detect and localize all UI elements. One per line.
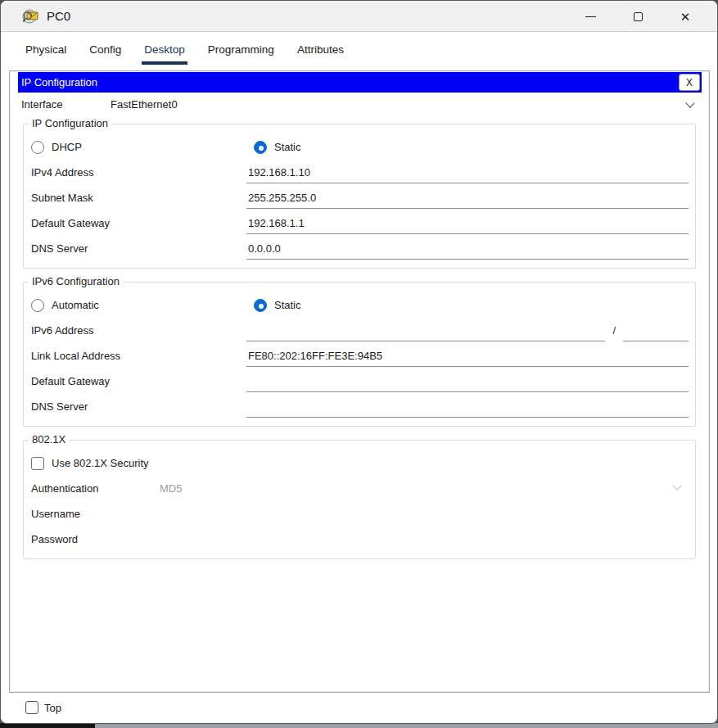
tab-physical[interactable]: Physical <box>23 43 69 61</box>
username-label: Username <box>31 508 80 520</box>
use-8021x-security-label: Use 802.1X Security <box>52 457 149 469</box>
radio-automatic-icon <box>31 299 44 312</box>
tab-config[interactable]: Config <box>87 43 124 61</box>
subnet-mask-row: Subnet Mask 255.255.255.0 <box>31 185 692 210</box>
pc0-window: PC0 ✕ Physical Config Desktop Programmin… <box>0 0 718 724</box>
authentication-label: Authentication <box>31 482 160 495</box>
ipv6-dns-server-row: DNS Server <box>31 394 692 419</box>
default-gateway-value: 192.168.1.1 <box>248 217 305 229</box>
ipv6-address-input[interactable] <box>246 319 605 341</box>
subnet-mask-input[interactable]: 255.255.255.0 <box>246 187 689 209</box>
radio-static-ipv6[interactable]: Static <box>254 299 301 312</box>
dns-server-label: DNS Server <box>31 242 246 255</box>
window-title: PC0 <box>47 9 70 23</box>
subnet-mask-value: 255.255.255.0 <box>248 192 316 204</box>
dns-server-row: DNS Server 0.0.0.0 <box>31 236 692 261</box>
tab-bar: Physical Config Desktop Programming Attr… <box>1 33 717 70</box>
ipv4-mode-radio-row: DHCP Static <box>31 134 692 160</box>
use-8021x-security-checkbox[interactable] <box>31 457 44 470</box>
ipv6-configuration-legend: IPv6 Configuration <box>29 275 123 287</box>
desktop-content-frame: IP Configuration X Interface FastEtherne… <box>9 70 710 693</box>
radio-static-ipv4[interactable]: Static <box>254 141 301 154</box>
window-controls: ✕ <box>567 1 709 32</box>
ipv6-configuration-group: IPv6 Configuration Automatic Static IPv6… <box>23 282 696 427</box>
radio-static-ipv6-icon <box>254 299 267 312</box>
top-checkbox[interactable] <box>25 701 38 714</box>
link-local-address-value: FE80::202:16FF:FE3E:94B5 <box>248 350 382 362</box>
interface-select[interactable]: FastEthernet0 <box>108 93 702 115</box>
titlebar: PC0 ✕ <box>1 1 717 32</box>
radio-static-ipv4-icon <box>254 141 267 154</box>
subnet-mask-label: Subnet Mask <box>31 192 246 204</box>
ipv6-prefix-separator: / <box>605 324 623 337</box>
default-gateway-label: Default Gateway <box>31 217 246 229</box>
ipv4-address-row: IPv4 Address 192.168.1.10 <box>31 160 692 185</box>
interface-row: Interface FastEthernet0 <box>18 93 702 115</box>
link-local-address-label: Link Local Address <box>31 350 246 362</box>
link-local-address-input[interactable]: FE80::202:16FF:FE3E:94B5 <box>246 345 689 367</box>
ipv6-address-row: IPv6 Address / <box>31 318 692 343</box>
ipv6-dns-server-input[interactable] <box>246 396 689 418</box>
ipv6-dns-server-label: DNS Server <box>31 400 246 413</box>
interface-select-value: FastEthernet0 <box>111 98 178 111</box>
dot1x-security-row: Use 802.1X Security <box>31 450 692 476</box>
ipv6-default-gateway-row: Default Gateway <box>31 369 692 394</box>
tab-attributes[interactable]: Attributes <box>295 43 346 61</box>
ipv6-prefix-input[interactable] <box>623 319 689 341</box>
dot1x-group: 802.1X Use 802.1X Security Authenticatio… <box>23 440 696 559</box>
tab-desktop[interactable]: Desktop <box>142 43 187 65</box>
tab-programming[interactable]: Programming <box>205 43 277 61</box>
close-icon: ✕ <box>680 11 691 23</box>
maximize-button[interactable] <box>614 1 662 32</box>
chevron-down-icon <box>685 98 694 107</box>
username-row: Username <box>31 501 692 527</box>
dot1x-legend: 802.1X <box>29 433 69 445</box>
password-row: Password <box>31 527 692 552</box>
radio-dhcp[interactable]: DHCP <box>31 141 254 154</box>
ipv6-default-gateway-label: Default Gateway <box>31 375 246 387</box>
top-checkbox-label: Top <box>44 702 61 714</box>
radio-dhcp-icon <box>31 141 44 154</box>
close-button[interactable]: ✕ <box>662 1 709 32</box>
default-gateway-input[interactable]: 192.168.1.1 <box>246 212 689 234</box>
authentication-select-value[interactable]: MD5 <box>160 482 182 495</box>
footer: Top <box>1 692 717 723</box>
default-gateway-row: Default Gateway 192.168.1.1 <box>31 210 692 236</box>
ipv6-default-gateway-input[interactable] <box>246 370 689 392</box>
maximize-icon <box>634 12 643 21</box>
ip-configuration-group: IP Configuration DHCP Static IPv4 Addres… <box>23 124 696 269</box>
interface-label: Interface <box>18 98 108 111</box>
ip-configuration-header: IP Configuration X <box>18 72 702 93</box>
link-local-address-row: Link Local Address FE80::202:16FF:FE3E:9… <box>31 343 692 369</box>
radio-automatic-label: Automatic <box>52 299 99 311</box>
dns-server-value: 0.0.0.0 <box>248 242 281 255</box>
panel-title: IP Configuration <box>21 76 97 88</box>
radio-static-ipv4-label: Static <box>274 141 301 153</box>
ipv4-address-input[interactable]: 192.168.1.10 <box>246 161 689 183</box>
packet-tracer-device-icon <box>22 8 40 25</box>
ip-configuration-legend: IP Configuration <box>29 117 111 129</box>
minimize-icon <box>585 16 596 17</box>
minimize-button[interactable] <box>567 1 614 32</box>
panel-close-button[interactable]: X <box>679 74 700 91</box>
radio-dhcp-label: DHCP <box>52 141 82 153</box>
chevron-down-icon <box>672 481 681 490</box>
password-label: Password <box>31 533 78 545</box>
ipv4-address-value: 192.168.1.10 <box>248 166 310 179</box>
ip-configuration-panel: IP Configuration X Interface FastEtherne… <box>18 72 702 559</box>
ipv6-mode-radio-row: Automatic Static <box>31 292 692 318</box>
ipv4-address-label: IPv4 Address <box>31 166 246 179</box>
radio-automatic[interactable]: Automatic <box>31 299 254 312</box>
dns-server-input[interactable]: 0.0.0.0 <box>246 237 689 260</box>
radio-static-ipv6-label: Static <box>274 299 301 311</box>
authentication-row: Authentication MD5 <box>31 476 692 501</box>
ipv6-address-label: IPv6 Address <box>31 324 246 337</box>
